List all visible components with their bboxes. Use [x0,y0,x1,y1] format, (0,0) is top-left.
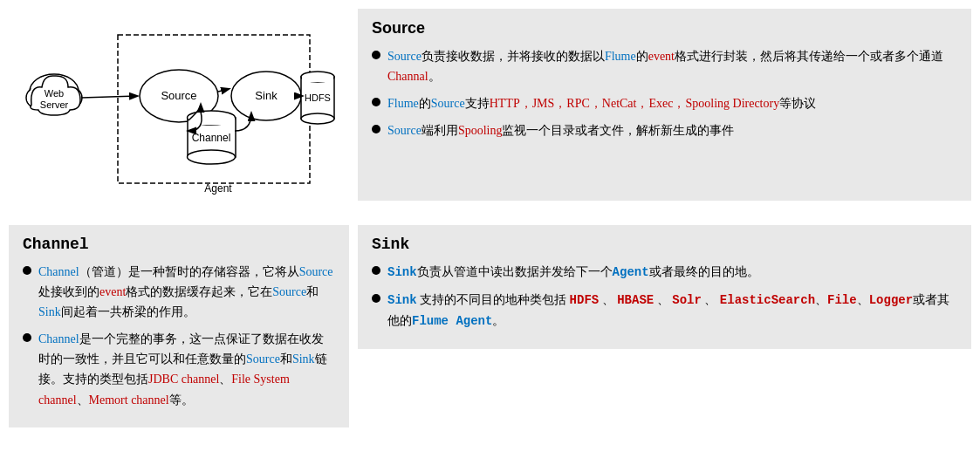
sink-bullet-2-text: Sink 支持的不同目的地种类包括 HDFS 、 HBASE 、 Solr 、 … [387,290,957,332]
bullet-dot [372,294,380,303]
sink-label-diagram: Sink [255,89,278,102]
top-section: Web Server Source Channel Sink [9,9,971,218]
source-label-diagram: Source [161,89,196,102]
bullet-dot [372,266,380,275]
source-bullet-list: Source负责接收数据，并将接收的数据以Flume的event格式进行封装，然… [372,46,957,140]
bottom-section: Channel Channel（管道）是一种暂时的存储容器，它将从Source处… [9,225,971,427]
arrow-source-sink [218,89,229,92]
sink-panel-title: Sink [372,236,957,253]
hdfs-cover [302,77,333,82]
bullet-dot [23,266,31,275]
channel-bullet-list: Channel（管道）是一种暂时的存储容器，它将从Source处接收到的even… [23,262,335,410]
source-bullet-2-text: Flume的Source支持HTTP，JMS，RPC，NetCat，Exec，S… [387,93,957,113]
source-bullet-1-text: Source负责接收数据，并将接收的数据以Flume的event格式进行封装，然… [387,46,957,86]
channel-bullet-1: Channel（管道）是一种暂时的存储容器，它将从Source处接收到的even… [23,262,335,322]
sink-bullet-1: Sink负责从管道中读出数据并发给下一个Agent或者最终的目的地。 [372,262,957,283]
channel-bullet-2: Channel是一个完整的事务，这一点保证了数据在收发时的一致性，并且它可以和任… [23,329,335,409]
source-panel: Source Source负责接收数据，并将接收的数据以Flume的event格… [358,9,971,201]
bullet-dot [372,125,380,133]
source-bullet-3: Source端利用Spooling监视一个目录或者文件，解析新生成的事件 [372,120,957,140]
source-panel-title: Source [372,19,957,38]
bullet-dot [23,333,31,342]
channel-bullet-2-text: Channel是一个完整的事务，这一点保证了数据在收发时的一致性，并且它可以和任… [38,329,335,409]
diagram-area: Web Server Source Channel Sink [9,9,349,218]
sink-bullet-list: Sink负责从管道中读出数据并发给下一个Agent或者最终的目的地。 Sink … [372,262,957,332]
agent-label-diagram: Agent [204,182,232,195]
channel-panel-title: Channel [23,236,335,253]
hdfs-bottom [301,113,334,124]
web-server-label: Web [45,88,64,99]
source-bullet-3-text: Source端利用Spooling监视一个目录或者文件，解析新生成的事件 [387,120,957,140]
sink-bullet-1-text: Sink负责从管道中读出数据并发给下一个Agent或者最终的目的地。 [387,262,957,283]
bullet-dot [372,51,380,59]
sink-bullet-2: Sink 支持的不同目的地种类包括 HDFS 、 HBASE 、 Solr 、 … [372,290,957,332]
source-bullet-2: Flume的Source支持HTTP，JMS，RPC，NetCat，Exec，S… [372,93,957,113]
web-server-label2: Server [40,99,69,110]
channel-cover [188,118,235,125]
source-bullet-1: Source负责接收数据，并将接收的数据以Flume的event格式进行封装，然… [372,46,957,86]
bullet-dot [372,98,380,106]
main-container: Web Server Source Channel Sink [9,9,971,427]
channel-panel: Channel Channel（管道）是一种暂时的存储容器，它将从Source处… [9,225,349,427]
channel-bottom [188,150,236,164]
channel-label-diagram: Channel [192,132,231,144]
arrow-ws-source [81,96,137,98]
sink-panel: Sink Sink负责从管道中读出数据并发给下一个Agent或者最终的目的地。 … [358,225,971,349]
web-server-group: Web Server [26,74,82,115]
channel-bullet-1-text: Channel（管道）是一种暂时的存储容器，它将从Source处接收到的even… [38,262,335,322]
hdfs-label-diagram: HDFS [305,92,331,103]
flume-architecture-diagram: Web Server Source Channel Sink [17,17,340,209]
